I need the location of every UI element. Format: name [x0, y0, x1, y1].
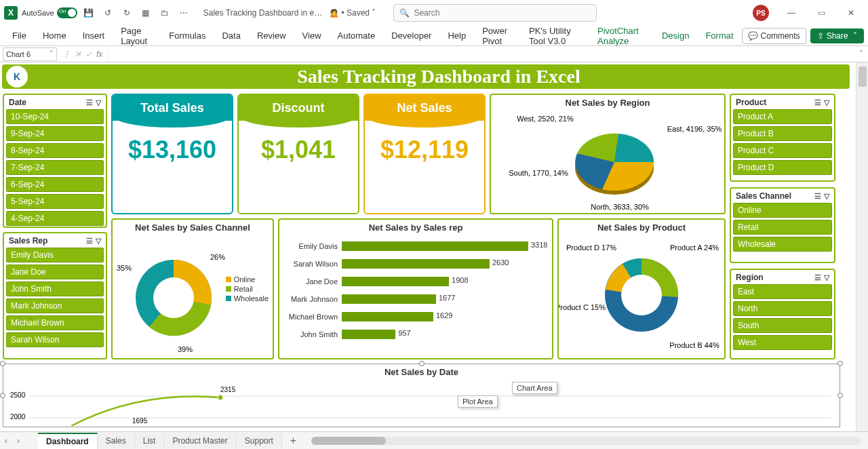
comments-button[interactable]: 💬Comments — [742, 28, 806, 44]
chart-net-sales-date[interactable]: Net Sales by Date 2500 2000 1695 2315 Pl… — [3, 364, 840, 427]
banner-title: Sales Tracking Dashboard in Excel — [28, 66, 850, 87]
sheet-tab-list[interactable]: List — [135, 433, 165, 448]
slicer-item[interactable]: 10-Sep-24 — [6, 109, 104, 124]
formula-dropdown-icon[interactable]: ⋮ — [62, 50, 71, 59]
clear-filter-icon[interactable]: ▽ — [824, 273, 829, 282]
slicer-item[interactable]: 6-Sep-24 — [6, 177, 104, 192]
multiselect-icon[interactable]: ☰ — [814, 273, 821, 282]
chart-net-sales-region[interactable]: Net Sales by Region West, 2520, 21% East… — [490, 94, 726, 214]
slicer-item[interactable]: Product A — [733, 109, 832, 124]
tab-insert[interactable]: Insert — [75, 26, 113, 46]
sheet-nav-prev-icon[interactable]: ‹ — [0, 436, 12, 446]
tab-automate[interactable]: Automate — [330, 26, 384, 46]
slicer-item[interactable]: Mark Johnson — [6, 298, 104, 313]
slicer-item[interactable]: South — [733, 318, 832, 333]
user-avatar[interactable]: PS — [753, 5, 769, 21]
tab-pk-utility[interactable]: PK's Utility Tool V3.0 — [521, 26, 589, 46]
slicer-sales-channel[interactable]: Sales Channel☰▽ OnlineRetailWholesale — [730, 187, 835, 263]
multiselect-icon[interactable]: ☰ — [814, 98, 821, 107]
slicer-item[interactable]: West — [733, 335, 832, 350]
formula-expand-icon[interactable]: ˅ — [854, 50, 868, 59]
tab-review[interactable]: Review — [249, 26, 294, 46]
clear-filter-icon[interactable]: ▽ — [96, 98, 101, 107]
slicer-item[interactable]: Michael Brown — [6, 315, 104, 330]
tab-file[interactable]: File — [4, 26, 35, 46]
horizontal-scrollbar[interactable] — [311, 437, 861, 445]
tab-developer[interactable]: Developer — [383, 26, 439, 46]
clear-filter-icon[interactable]: ▽ — [824, 192, 829, 201]
clear-filter-icon[interactable]: ▽ — [96, 237, 101, 246]
slicer-item[interactable]: East — [733, 284, 832, 299]
slicer-item[interactable]: Retail — [733, 220, 832, 235]
slicer-item[interactable]: 4-Sep-24 — [6, 211, 104, 226]
pie-region-svg: West, 2520, 21% East, 4196, 35% South, 1… — [491, 108, 724, 214]
tab-data[interactable]: Data — [214, 26, 248, 46]
svg-text:Product C 15%: Product C 15% — [559, 303, 606, 311]
autosave-toggle[interactable]: AutoSave On — [22, 7, 77, 18]
slicer-item[interactable]: Sarah Wilson — [6, 332, 104, 347]
sheet-tab-support[interactable]: Support — [237, 433, 282, 448]
vertical-scrollbar[interactable] — [856, 62, 868, 431]
sheet-tab-dashboard[interactable]: Dashboard — [38, 433, 98, 449]
chart-net-sales-channel[interactable]: Net Sales by Sales Channel 26% 39% 35% O… — [111, 218, 274, 359]
qat-dropdown-icon[interactable]: ⋯ — [176, 5, 191, 20]
close-icon[interactable]: ✕ — [838, 3, 864, 23]
name-box[interactable]: Chart 6˅ — [3, 47, 57, 61]
slicer-item[interactable]: 9-Sep-24 — [6, 126, 104, 141]
fx-icon[interactable]: fx — [96, 50, 102, 59]
slicer-region[interactable]: Region☰▽ EastNorthSouthWest — [730, 269, 835, 359]
document-title[interactable]: Sales Tracking Dashboard in e… 🙍 • Saved… — [203, 8, 376, 18]
undo-icon[interactable]: ↺ — [100, 5, 115, 20]
sheet-nav-next-icon[interactable]: › — [12, 436, 24, 446]
restore-icon[interactable]: ▭ — [808, 3, 834, 23]
sheet-tab-product-master[interactable]: Product Master — [164, 433, 236, 448]
slicer-sales-rep[interactable]: Sales Rep ☰▽ Emily DavisJane DoeJohn Smi… — [3, 232, 107, 359]
redo-icon[interactable]: ↻ — [119, 5, 134, 20]
slicer-item[interactable]: North — [733, 301, 832, 316]
grid-icon[interactable]: ▦ — [138, 5, 153, 20]
tab-design[interactable]: Design — [654, 26, 697, 46]
share-button[interactable]: ⇪Share ˅ — [810, 28, 864, 43]
slicer-item[interactable]: 8-Sep-24 — [6, 143, 104, 158]
slicer-item[interactable]: John Smith — [6, 281, 104, 296]
chart-net-sales-product[interactable]: Net Sales by Product Product A 24% Produ… — [557, 218, 726, 359]
slicer-item[interactable]: Jane Doe — [6, 265, 104, 279]
slicer-item[interactable]: 7-Sep-24 — [6, 160, 104, 175]
search-input[interactable]: 🔍 — [393, 4, 597, 22]
slicer-item[interactable]: Online — [733, 203, 832, 218]
slicer-item[interactable]: 5-Sep-24 — [6, 194, 104, 209]
chart-net-sales-rep[interactable]: Net Sales by Sales rep Emily Davis3318Sa… — [278, 218, 553, 359]
tab-formulas[interactable]: Formulas — [161, 26, 214, 46]
add-sheet-icon[interactable]: + — [282, 435, 304, 447]
tab-format[interactable]: Format — [697, 26, 741, 46]
tab-pivotchart-analyze[interactable]: PivotChart Analyze — [589, 26, 654, 46]
sheet-tab-sales[interactable]: Sales — [98, 433, 135, 448]
search-field[interactable] — [414, 8, 591, 18]
slicer-item[interactable]: Wholesale — [733, 237, 832, 252]
tab-power-pivot[interactable]: Power Pivot — [474, 26, 521, 46]
slicer-item[interactable]: Product B — [733, 126, 832, 141]
cancel-formula-icon[interactable]: ✕ — [75, 50, 81, 59]
multiselect-icon[interactable]: ☰ — [814, 192, 821, 201]
toggle-on-icon[interactable]: On — [57, 7, 77, 18]
svg-text:2500: 2500 — [10, 391, 26, 399]
slicer-item[interactable]: Emily Davis — [6, 248, 104, 262]
multiselect-icon[interactable]: ☰ — [86, 237, 93, 246]
slicer-item[interactable]: Product D — [733, 160, 832, 175]
folder-icon[interactable]: 🗀 — [157, 5, 172, 20]
tab-help[interactable]: Help — [439, 26, 474, 46]
slicer-product[interactable]: Product☰▽ Product AProduct BProduct CPro… — [730, 94, 835, 182]
formula-input[interactable] — [108, 46, 854, 62]
bar-row: Emily Davis3318 — [282, 238, 545, 254]
minimize-icon[interactable]: — — [778, 3, 804, 23]
svg-text:Product B 44%: Product B 44% — [669, 341, 719, 349]
clear-filter-icon[interactable]: ▽ — [824, 98, 829, 107]
enter-formula-icon[interactable]: ✓ — [85, 50, 92, 59]
slicer-date[interactable]: Date ☰▽ 10-Sep-249-Sep-248-Sep-247-Sep-2… — [3, 94, 107, 228]
tab-page-layout[interactable]: Page Layout — [113, 26, 161, 46]
slicer-item[interactable]: Product C — [733, 143, 832, 158]
save-icon[interactable]: 💾 — [81, 5, 96, 20]
multiselect-icon[interactable]: ☰ — [86, 98, 93, 107]
tab-view[interactable]: View — [294, 26, 330, 46]
tab-home[interactable]: Home — [35, 26, 75, 46]
